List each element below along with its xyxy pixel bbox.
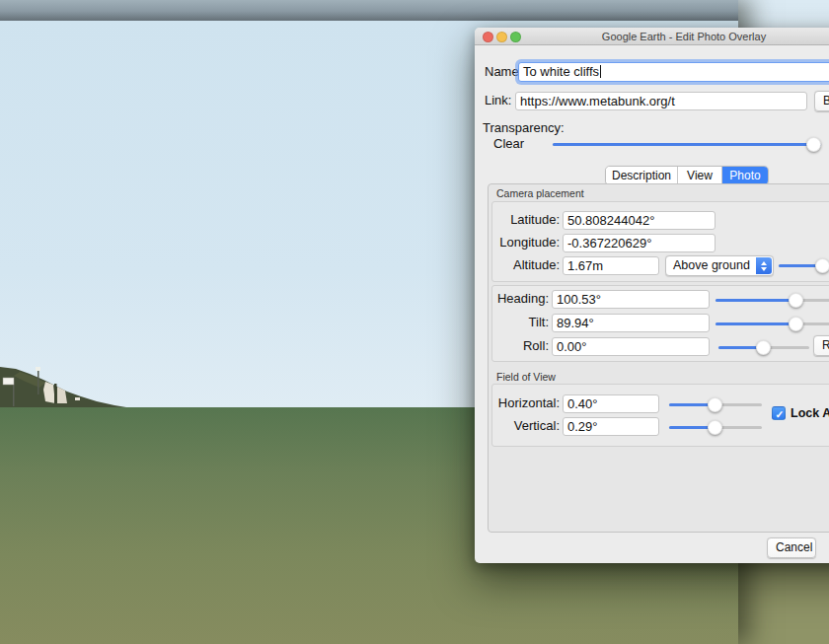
heading-slider-track[interactable] bbox=[716, 299, 829, 302]
browse-button[interactable]: B bbox=[814, 91, 829, 111]
vertical-slider[interactable] bbox=[669, 419, 762, 435]
horizontal-input[interactable]: 0.40° bbox=[563, 394, 659, 413]
tilt-slider-thumb[interactable] bbox=[789, 317, 803, 331]
transparency-slider[interactable] bbox=[553, 136, 821, 152]
reset-button[interactable]: R bbox=[813, 335, 829, 356]
desktop: Google Earth - Edit Photo Overlay Name: … bbox=[0, 0, 829, 644]
roll-label: Roll: bbox=[492, 336, 549, 356]
name-label: Name: bbox=[485, 62, 518, 82]
altitude-input[interactable]: 1.67m bbox=[563, 256, 659, 275]
field-of-view-section-title: Field of View bbox=[496, 371, 556, 383]
link-input-value: https://www.metabunk.org/t bbox=[520, 94, 675, 108]
name-input[interactable]: To white cliffs bbox=[518, 62, 829, 82]
heading-input[interactable]: 100.53° bbox=[552, 290, 710, 309]
latitude-input[interactable]: 50.808244042° bbox=[563, 211, 716, 230]
longitude-value: -0.367220629° bbox=[567, 236, 651, 250]
photo-tab-pane: Camera placement Latitude: 50.808244042°… bbox=[488, 183, 829, 533]
longitude-input[interactable]: -0.367220629° bbox=[563, 234, 716, 252]
link-label: Link: bbox=[485, 91, 511, 110]
horizontal-label: Horizontal: bbox=[492, 394, 560, 413]
transparency-slider-fill bbox=[553, 143, 821, 146]
roll-slider-thumb[interactable] bbox=[756, 340, 771, 355]
position-groupbox: Latitude: 50.808244042° Longitude: -0.36… bbox=[491, 201, 829, 282]
text-caret bbox=[600, 65, 601, 78]
tab-description[interactable]: Description bbox=[606, 167, 678, 184]
horizontal-value: 0.40° bbox=[567, 396, 598, 411]
toolbar-strip bbox=[0, 0, 738, 21]
altitude-mode-value: Above ground bbox=[673, 256, 750, 275]
altitude-value: 1.67m bbox=[567, 258, 603, 273]
link-input[interactable]: https://www.metabunk.org/t bbox=[515, 92, 807, 110]
latitude-label: Latitude: bbox=[492, 210, 560, 230]
camera-placement-section-title: Camera placement bbox=[496, 187, 584, 199]
longitude-label: Longitude: bbox=[492, 233, 560, 252]
transparency-slider-track[interactable] bbox=[553, 143, 821, 146]
vertical-input[interactable]: 0.29° bbox=[563, 417, 659, 436]
heading-value: 100.53° bbox=[557, 292, 601, 307]
altitude-mode-select[interactable]: Above ground bbox=[665, 255, 774, 276]
vertical-label: Vertical: bbox=[492, 416, 560, 436]
tilt-slider-track[interactable] bbox=[716, 322, 829, 325]
heading-slider-thumb[interactable] bbox=[789, 293, 803, 308]
transparency-slider-thumb[interactable] bbox=[806, 137, 821, 152]
name-input-value: To white cliffs bbox=[523, 64, 599, 79]
heading-label: Heading: bbox=[492, 289, 549, 309]
tab-photo[interactable]: Photo bbox=[722, 167, 768, 184]
vertical-value: 0.29° bbox=[567, 419, 598, 434]
tab-bar: Description View Photo bbox=[605, 166, 769, 185]
latitude-value: 50.808244042° bbox=[567, 213, 654, 228]
tab-view[interactable]: View bbox=[678, 167, 722, 184]
lock-aspect-checkbox[interactable] bbox=[772, 406, 786, 420]
stepper-arrows-icon[interactable] bbox=[756, 257, 772, 274]
dialog-titlebar[interactable]: Google Earth - Edit Photo Overlay bbox=[475, 28, 829, 45]
transparency-clear-label: Clear bbox=[493, 134, 524, 154]
field-of-view-groupbox: Horizontal: 0.40° Vertical: 0.29° bbox=[491, 384, 829, 447]
close-button[interactable] bbox=[483, 32, 493, 42]
orientation-groupbox: Heading: 100.53° Tilt: 89.94° Roll: bbox=[491, 285, 829, 362]
minimize-button[interactable] bbox=[496, 32, 507, 42]
heading-slider-fill bbox=[716, 299, 796, 302]
window-controls bbox=[479, 32, 528, 42]
roll-value: 0.00° bbox=[557, 339, 587, 354]
vertical-slider-thumb[interactable] bbox=[708, 420, 722, 435]
tilt-slider-fill bbox=[716, 322, 796, 325]
altitude-label: Altitude: bbox=[492, 255, 560, 275]
lock-aspect-label: Lock Asp bbox=[791, 403, 829, 423]
heading-slider[interactable] bbox=[716, 292, 829, 308]
altitude-slider[interactable] bbox=[779, 257, 829, 273]
zoom-button[interactable] bbox=[510, 32, 521, 42]
dialog-title: Google Earth - Edit Photo Overlay bbox=[602, 31, 766, 42]
cancel-button[interactable]: Cancel bbox=[767, 537, 816, 558]
altitude-slider-thumb[interactable] bbox=[815, 258, 829, 273]
edit-photo-overlay-dialog: Google Earth - Edit Photo Overlay Name: … bbox=[475, 28, 829, 563]
white-cliffs-headland bbox=[0, 360, 138, 407]
tilt-label: Tilt: bbox=[492, 313, 549, 332]
roll-input[interactable]: 0.00° bbox=[552, 337, 710, 356]
horizontal-slider[interactable] bbox=[669, 396, 762, 412]
roll-slider[interactable] bbox=[718, 339, 809, 355]
tilt-input[interactable]: 89.94° bbox=[552, 314, 710, 332]
tilt-value: 89.94° bbox=[557, 316, 594, 330]
tilt-slider[interactable] bbox=[716, 316, 829, 331]
horizontal-slider-thumb[interactable] bbox=[708, 397, 722, 412]
